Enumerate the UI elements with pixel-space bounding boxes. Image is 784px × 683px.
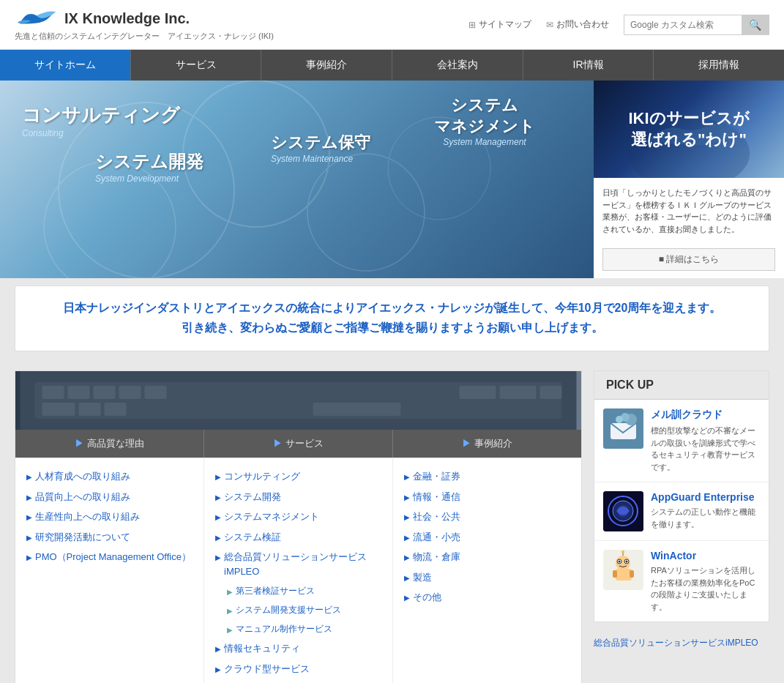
pickup-item-meikun: メル訓クラウド 標的型攻撃などの不審なメールの取扱いを訓練形式で学べるセキュリテ… [594,400,769,482]
tab-row: ▶ 高品質な理由 ▶ サービス ▶ 事例紹介 [15,430,581,458]
svg-rect-14 [79,403,101,416]
pickup-title-appguard[interactable]: AppGuard Enterprise [651,491,760,503]
announce-line2: 引き続き、変わらぬご愛顧とご指導ご鞭撻を賜りますようお願い申し上げます。 [30,321,754,336]
iki-title: IKIのサービスが選ばれる"わけ" [628,108,749,150]
logo-text: IX Knowledge Inc. [64,10,190,27]
arrow-icon: ▶ [404,592,410,603]
arrow-icon: ▶ [215,471,221,482]
list-item[interactable]: ▶ 研究開発活動について [26,530,193,545]
col-cases: ▶ 金融・証券 ▶ 情報・通信 ▶ 社会・公共 ▶ 流通・小売 ▶ 物流・倉 [393,458,581,683]
svg-rect-9 [68,386,90,399]
search-button[interactable]: 🔍 [742,15,769,34]
col-quality: ▶ 人材育成への取り組み ▶ 品質向上への取り組み ▶ 生産性向上への取り組み … [15,458,204,683]
arrow-icon: ▶ [215,643,221,654]
hero-section: コンサルティング Consulting システム開発 System Develo… [0,81,784,278]
arrow-icon: ▶ [404,572,410,583]
arrow-icon: ▶ [404,512,410,523]
list-item[interactable]: ▶ 生産性向上への取り組み [26,510,193,524]
list-item[interactable]: ▶ システム開発 [215,490,381,504]
search-input[interactable] [624,16,742,34]
nav-item-recruit[interactable]: 採用情報 [654,50,784,81]
arrow-icon: ▶ [227,605,233,616]
pickup-title-winactor[interactable]: WinActor [651,550,760,561]
nav-item-cases[interactable]: 事例紹介 [261,50,392,81]
svg-rect-10 [94,386,116,399]
arrow-icon: ▶ [404,471,410,482]
nav-item-home[interactable]: サイトホーム [0,50,131,81]
svg-rect-36 [613,570,617,578]
arrow-icon: ▶ [26,552,32,563]
appguard-icon [603,491,643,531]
svg-rect-13 [42,403,75,416]
winactor-robot-icon [603,550,643,590]
svg-rect-31 [616,569,632,581]
list-item[interactable]: ▶ システムマネジメント [215,510,381,524]
pickup-desc-meikun: 標的型攻撃などの不審なメールの取扱いを訓練形式で学べるセキュリティ教育サービスで… [651,425,760,473]
arrow-icon: ▶ [227,586,233,597]
svg-point-24 [616,416,623,423]
list-item[interactable]: ▶ システム開発支援サービス [227,603,381,616]
arrow-icon: ▶ [215,664,221,675]
svg-rect-15 [105,403,127,416]
mail-icon: ✉ [546,20,553,30]
hero-main: コンサルティング Consulting システム開発 System Develo… [0,81,594,278]
svg-point-39 [621,550,624,553]
more-link-text[interactable]: 総合品質ソリューションサービスiMPLEO [594,638,758,648]
logo-bird-icon [15,7,59,29]
list-item[interactable]: ▶ クラウド型サービス [215,662,381,676]
hero-label-management: システムマネジメント System Management [434,95,535,147]
svg-rect-18 [540,386,562,399]
logo-img: IX Knowledge Inc. [15,7,274,29]
list-item[interactable]: ▶ 情報・通信 [404,490,570,504]
list-item[interactable]: ▶ 品質向上への取り組み [26,490,193,504]
arrow-icon: ▶ [26,492,32,503]
handshake-image: IKIのサービスが選ばれる"わけ" [594,81,784,178]
arrow-icon: ▶ [215,532,221,543]
pickup-thumb-app [603,491,643,531]
hero-label-consulting: コンサルティング Consulting [22,102,180,138]
arrow-icon: ▶ [215,492,221,503]
list-item[interactable]: ▶ 総合品質ソリューションサービスiMPLEO [215,550,381,578]
list-item[interactable]: ▶ その他 [404,590,570,605]
pickup-item-info: WinActor RPAソリューションを活用したお客様の業務効率化をPoCの段階… [651,550,760,613]
sitemap-link[interactable]: ⊞ サイトマップ [468,18,531,31]
hero-label-development: システム開発 System Development [95,150,204,184]
list-item[interactable]: ▶ 流通・小売 [404,530,570,545]
hero-side-text: 日頃「しっかりとしたモノづくりと高品質のサービス」を標榜するＩＫＩグループのサー… [594,178,784,244]
main-content: ▶ 高品質な理由 ▶ サービス ▶ 事例紹介 ▶ 人材育成への取り組み ▶ 品質… [0,359,784,683]
header-right: ⊞ サイトマップ ✉ お問い合わせ 🔍 [468,15,769,35]
list-item[interactable]: ▶ 物流・倉庫 [404,550,570,564]
nav-item-company[interactable]: 会社案内 [392,50,523,81]
nav-item-services[interactable]: サービス [131,50,262,81]
arrow-icon: ▶ [404,532,410,543]
svg-rect-16 [460,386,496,399]
pickup-item-appguard: AppGuard Enterprise システムの正しい動作と機能を徹ります。 [594,482,769,541]
list-item[interactable]: ▶ PMO（Project Management Office） [26,550,193,564]
pickup-item-winactor: WinActor RPAソリューションを活用したお客様の業務効率化をPoCの段階… [594,541,769,622]
arrow-icon: ▶ [26,532,32,543]
list-item[interactable]: ▶ 情報セキュリティ [215,641,381,656]
tab-quality[interactable]: ▶ 高品質な理由 [15,430,204,458]
list-item[interactable]: ▶ システム検証 [215,530,381,545]
list-item[interactable]: ▶ 人材育成への取り組み [26,469,193,484]
arrow-icon: ▶ [227,624,233,635]
list-item[interactable]: ▶ 社会・公共 [404,510,570,524]
hero-side-overlay: IKIのサービスが選ばれる"わけ" [594,81,784,178]
nav-item-ir[interactable]: IR情報 [523,50,654,81]
logo-area: IX Knowledge Inc. 先進と信頼のシステムインテグレーター アイエ… [15,7,274,42]
list-item[interactable]: ▶ 第三者検証サービス [227,584,381,597]
svg-rect-11 [119,386,141,399]
svg-rect-8 [42,386,64,399]
pickup-title-meikun[interactable]: メル訓クラウド [651,408,760,422]
contact-link[interactable]: ✉ お問い合わせ [546,18,609,31]
hero-label-maintenance: システム保守 System Maintenance [271,132,370,164]
list-item[interactable]: ▶ マニュアル制作サービス [227,622,381,635]
list-item[interactable]: ▶ 製造 [404,570,570,585]
hero-detail-button[interactable]: ■ 詳細はこちら [602,248,775,271]
tab-cases[interactable]: ▶ 事例紹介 [393,430,581,458]
svg-rect-17 [500,386,537,399]
list-item[interactable]: ▶ コンサルティング [215,469,381,484]
list-item[interactable]: ▶ 金融・証券 [404,469,570,484]
tab-services[interactable]: ▶ サービス [204,430,393,458]
search-icon: 🔍 [749,19,761,31]
